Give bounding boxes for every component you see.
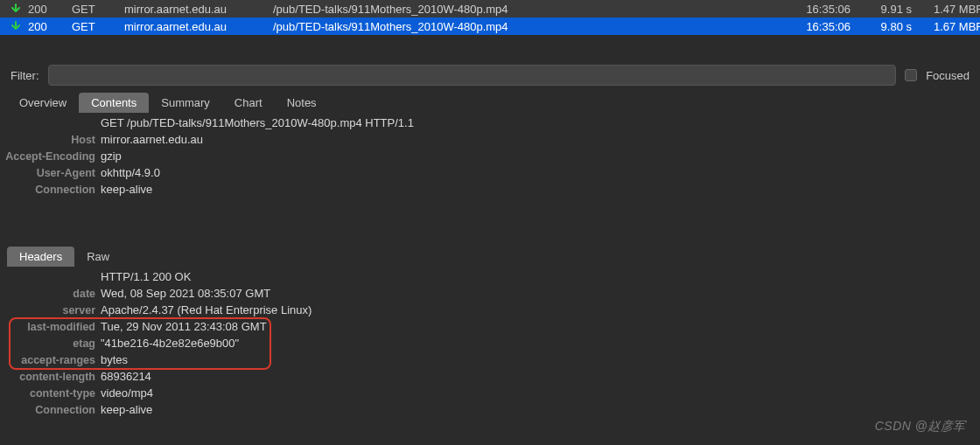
time: 16:35:06 (780, 3, 850, 16)
header-row: serverApache/2.4.37 (Red Hat Enterprise … (0, 303, 980, 320)
header-row: User-Agentokhttp/4.9.0 (0, 166, 980, 183)
detail-tabs: Overview Contents Summary Chart Notes (0, 89, 980, 113)
header-value: "41be216-4b2e82e6e9b00" (101, 337, 239, 350)
header-value: 68936214 (101, 370, 151, 383)
status-code: 200 (28, 3, 72, 16)
header-key: User-Agent (0, 167, 101, 179)
header-row: Connectionkeep-alive (0, 183, 980, 199)
header-value: video/mp4 (101, 386, 153, 400)
header-value: Apache/2.4.37 (Red Hat Enterprise Linux) (101, 303, 312, 316)
header-key: content-type (0, 387, 101, 400)
tab-chart[interactable]: Chart (222, 93, 275, 113)
size: 1.67 MBRe (912, 20, 980, 33)
request-panel: GET /pub/TED-talks/911Mothers_2010W-480p… (0, 113, 980, 203)
header-row: etag"41be216-4b2e82e6e9b00" (0, 337, 980, 353)
response-subtabs: Headers Raw (0, 247, 980, 267)
header-row: Accept-Encodinggzip (0, 149, 980, 166)
subtab-headers[interactable]: Headers (7, 247, 74, 267)
host: mirror.aarnet.edu.au (124, 20, 273, 33)
tab-overview[interactable]: Overview (7, 93, 79, 113)
header-key: date (0, 288, 101, 300)
header-key: last-modified (0, 321, 101, 333)
header-value: mirror.aarnet.edu.au (101, 133, 203, 146)
header-value: keep-alive (101, 183, 152, 196)
transaction-list: 200 GET mirror.aarnet.edu.au /pub/TED-ta… (0, 0, 980, 35)
header-row: accept-rangesbytes (0, 353, 980, 370)
header-key: Connection (0, 184, 101, 196)
request-line: GET /pub/TED-talks/911Mothers_2010W-480p… (101, 116, 414, 129)
transaction-row[interactable]: 200 GET mirror.aarnet.edu.au /pub/TED-ta… (0, 0, 980, 17)
time: 16:35:06 (780, 20, 850, 33)
filter-bar: Filter: Focused (0, 61, 980, 89)
header-key: content-length (0, 371, 101, 383)
status-code: 200 (28, 20, 72, 33)
focused-label: Focused (926, 69, 970, 82)
header-value: okhttp/4.9.0 (101, 166, 160, 179)
watermark: CSDN @赵彦军 (875, 419, 966, 435)
header-value: keep-alive (101, 403, 152, 416)
download-arrow-icon (10, 21, 28, 31)
header-row: last-modifiedTue, 29 Nov 2011 23:43:08 G… (0, 320, 980, 337)
header-row: Connectionkeep-alive (0, 403, 980, 420)
http-method: GET (72, 20, 124, 33)
path: /pub/TED-talks/911Mothers_2010W-480p.mp4 (273, 3, 780, 16)
header-key: Accept-Encoding (0, 150, 101, 163)
filter-label: Filter: (10, 69, 39, 82)
response-panel: HTTP/1.1 200 OK dateWed, 08 Sep 2021 08:… (0, 267, 980, 423)
header-value: gzip (101, 149, 122, 163)
duration: 9.91 s (850, 3, 912, 16)
subtab-raw[interactable]: Raw (74, 247, 122, 267)
response-line: HTTP/1.1 200 OK (101, 270, 191, 283)
header-value: Wed, 08 Sep 2021 08:35:07 GMT (101, 287, 270, 300)
header-row: dateWed, 08 Sep 2021 08:35:07 GMT (0, 287, 980, 303)
header-key: etag (0, 337, 101, 350)
http-method: GET (72, 3, 124, 16)
header-value: Tue, 29 Nov 2011 23:43:08 GMT (101, 320, 267, 333)
transaction-row[interactable]: 200 GET mirror.aarnet.edu.au /pub/TED-ta… (0, 17, 980, 35)
header-key: accept-ranges (0, 354, 101, 366)
duration: 9.80 s (850, 20, 912, 33)
header-row: content-typevideo/mp4 (0, 386, 980, 403)
filter-input[interactable] (48, 65, 897, 86)
tab-summary[interactable]: Summary (149, 93, 222, 113)
header-key: Host (0, 134, 101, 146)
download-arrow-icon (10, 3, 28, 14)
header-row: Hostmirror.aarnet.edu.au (0, 133, 980, 149)
header-value: bytes (101, 353, 128, 366)
tab-notes[interactable]: Notes (275, 93, 329, 113)
header-row: content-length68936214 (0, 370, 980, 386)
tab-contents[interactable]: Contents (79, 93, 149, 113)
host: mirror.aarnet.edu.au (124, 3, 273, 16)
size: 1.47 MBRe (912, 3, 980, 16)
header-key: Connection (0, 404, 101, 416)
header-key: server (0, 304, 101, 316)
path: /pub/TED-talks/911Mothers_2010W-480p.mp4 (273, 20, 780, 33)
focused-checkbox[interactable] (905, 69, 917, 81)
